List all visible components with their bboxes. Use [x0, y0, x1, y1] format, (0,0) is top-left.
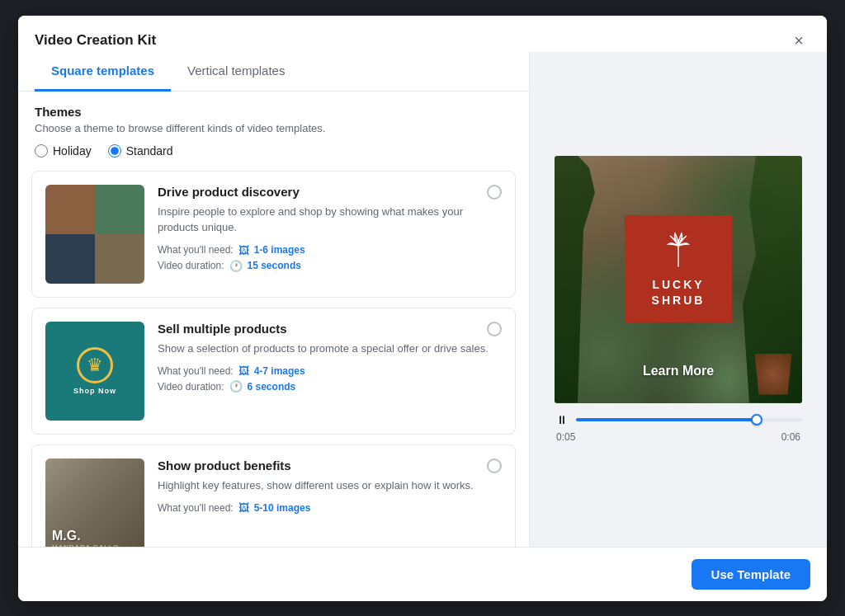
time-labels: 0:05 0:06	[555, 431, 802, 443]
standard-radio-label[interactable]: Standard	[108, 144, 173, 158]
video-frame: LUCKY SHRUB Learn More	[555, 156, 802, 403]
mg-text: M.G.	[52, 529, 119, 543]
holiday-radio-label[interactable]: Holiday	[35, 144, 92, 158]
clock-icon-2: 🕐	[229, 380, 243, 393]
template-desc-3: Highlight key features, show different u…	[158, 477, 502, 494]
template-name-1: Drive product discovery	[158, 185, 502, 199]
standard-label: Standard	[126, 144, 173, 158]
images-value-3: 5-10 images	[254, 502, 311, 514]
template-images-meta-2: What you'll need: 🖼 4-7 images	[158, 364, 502, 377]
duration-value-2: 6 seconds	[248, 381, 296, 393]
template-radio-3[interactable]	[487, 458, 502, 473]
use-template-button[interactable]: Use Template	[692, 559, 810, 590]
progress-thumb[interactable]	[751, 414, 762, 426]
template-thumbnail-2: ♛ Shop Now	[45, 322, 144, 421]
tab-vertical-templates[interactable]: Vertical templates	[171, 52, 301, 92]
cta-button: Learn More	[643, 364, 714, 379]
thumb-cell-tl	[45, 185, 95, 234]
image-icon-2: 🖼	[238, 364, 249, 377]
images-label-1: What you'll need:	[158, 244, 234, 256]
template-card-show-benefits[interactable]: M.G. MANDARA GALLO Show product benefits…	[31, 444, 516, 547]
template-images-meta-3: What you'll need: 🖼 5-10 images	[158, 501, 502, 514]
thumb-cell-br	[95, 234, 144, 284]
thumb-cell-tr	[95, 185, 144, 234]
thumbnail-grid-1	[45, 185, 144, 284]
thumb-cell-bl	[45, 234, 95, 284]
template-info-2: Sell multiple products Show a selection …	[158, 322, 502, 397]
template-images-meta-1: What you'll need: 🖼 1-6 images	[158, 244, 502, 256]
video-creation-modal: Video Creation Kit × Square templates Ve…	[18, 16, 827, 601]
modal-overlay: Video Creation Kit × Square templates Ve…	[0, 0, 845, 616]
brand-overlay: LUCKY SHRUB	[625, 215, 732, 322]
video-controls: ⏸ 0:05 0:06	[555, 411, 802, 443]
progress-bar-container: ⏸	[555, 411, 802, 428]
template-thumbnail-1	[45, 185, 144, 284]
template-thumbnail-3: M.G. MANDARA GALLO	[45, 458, 144, 547]
standard-radio[interactable]	[108, 144, 121, 158]
images-label-3: What you'll need:	[158, 502, 234, 514]
template-duration-meta-1: Video duration: 🕐 15 seconds	[158, 260, 502, 272]
play-pause-button[interactable]: ⏸	[555, 411, 569, 428]
template-name-3: Show product benefits	[158, 458, 502, 473]
crown-icon: ♛	[87, 356, 103, 374]
template-info-3: Show product benefits Highlight key feat…	[158, 458, 502, 518]
themes-section: Themes Choose a theme to browse differen…	[18, 92, 529, 167]
modal-title: Video Creation Kit	[35, 32, 156, 49]
pot-decorative	[753, 354, 794, 395]
duration-label-1: Video duration:	[158, 260, 224, 271]
duration-value-1: 15 seconds	[248, 260, 301, 271]
images-value-2: 4-7 images	[254, 365, 305, 377]
template-radio-1[interactable]	[487, 185, 502, 200]
right-panel: LUCKY SHRUB Learn More ⏸	[530, 52, 827, 547]
template-name-2: Sell multiple products	[158, 322, 502, 336]
image-icon-1: 🖼	[238, 244, 249, 256]
themes-title: Themes	[35, 105, 512, 119]
thumb-text-overlay-3: M.G. MANDARA GALLO	[52, 529, 119, 547]
progress-fill	[576, 418, 757, 421]
image-icon-3: 🖼	[238, 501, 249, 514]
theme-radio-group: Holiday Standard	[35, 144, 512, 158]
clock-icon-1: 🕐	[229, 260, 243, 272]
time-total: 0:06	[781, 431, 800, 443]
tab-square-templates[interactable]: Square templates	[35, 52, 171, 92]
brand-sub-text: MANDARA GALLO	[52, 543, 119, 547]
modal-header: Video Creation Kit ×	[18, 16, 827, 52]
tabs-container: Square templates Vertical templates	[18, 52, 529, 92]
thumb-bg-3: M.G. MANDARA GALLO	[45, 458, 144, 547]
brand-plant-icon	[662, 229, 695, 270]
template-desc-2: Show a selection of products to promote …	[158, 341, 502, 357]
modal-body: Square templates Vertical templates Them…	[18, 52, 827, 547]
holiday-radio[interactable]	[35, 144, 48, 158]
images-value-1: 1-6 images	[254, 244, 305, 256]
video-preview: LUCKY SHRUB Learn More ⏸	[555, 156, 802, 443]
template-card-sell-multiple[interactable]: ♛ Shop Now Sell multiple products Show a…	[31, 308, 516, 435]
brand-name-text: LUCKY SHRUB	[652, 277, 706, 307]
shop-now-label: Shop Now	[73, 387, 116, 395]
progress-bar[interactable]	[576, 418, 802, 421]
images-label-2: What you'll need:	[158, 365, 234, 377]
template-duration-meta-2: Video duration: 🕐 6 seconds	[158, 380, 502, 393]
themes-subtitle: Choose a theme to browse different kinds…	[35, 122, 512, 134]
thumbnail-teal-2: ♛ Shop Now	[45, 322, 144, 421]
close-button[interactable]: ×	[787, 29, 810, 52]
template-desc-1: Inspire people to explore and shop by sh…	[158, 204, 502, 236]
time-current: 0:05	[556, 431, 575, 443]
template-radio-2[interactable]	[487, 322, 502, 336]
video-background: LUCKY SHRUB Learn More	[555, 156, 802, 403]
duration-label-2: Video duration:	[158, 381, 224, 393]
crown-icon-container: ♛	[77, 347, 113, 383]
template-card-drive-product[interactable]: Drive product discovery Inspire people t…	[31, 171, 516, 298]
holiday-label: Holiday	[53, 144, 92, 158]
templates-list: Drive product discovery Inspire people t…	[18, 167, 529, 547]
thumbnail-stone-3: M.G. MANDARA GALLO	[45, 458, 144, 547]
left-panel: Square templates Vertical templates Them…	[18, 52, 530, 547]
template-info-1: Drive product discovery Inspire people t…	[158, 185, 502, 275]
modal-footer: Use Template	[18, 547, 827, 601]
